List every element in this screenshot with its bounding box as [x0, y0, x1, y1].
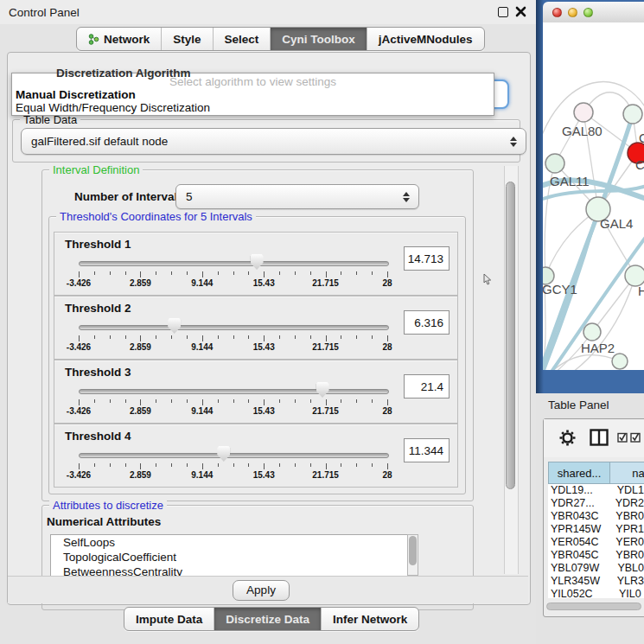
- cell-shared-name[interactable]: YLR345W: [548, 575, 610, 588]
- cell-shared-name[interactable]: YBL079W: [548, 562, 610, 575]
- gear-icon[interactable]: [558, 429, 577, 447]
- table-row[interactable]: YIL052CYIL0: [548, 588, 644, 598]
- network-view-canvas[interactable]: GAL80 G GAL11 C GAL4 GCY1 H HAP2: [543, 22, 644, 370]
- network-node[interactable]: [574, 103, 593, 122]
- bottom-tab-bar: Impute DataDiscretize DataInfer Network: [124, 607, 419, 631]
- cell-shared-name[interactable]: YIL052C: [548, 588, 612, 598]
- minor-tick: [125, 335, 126, 339]
- slider-thumb[interactable]: [217, 446, 230, 462]
- cell-shared-name[interactable]: YPR145W: [548, 523, 609, 536]
- tick-label: -3.426: [67, 278, 91, 288]
- major-tick: [140, 335, 141, 341]
- attributes-group-label: Attributes to discretize: [49, 499, 167, 512]
- network-node[interactable]: [623, 105, 642, 124]
- algorithm-group-label: Discretization Algorithm: [56, 67, 191, 80]
- tab-impute-data[interactable]: Impute Data: [124, 608, 214, 630]
- tick-label: 28: [382, 278, 392, 288]
- network-node[interactable]: [612, 354, 628, 369]
- slider-track[interactable]: [79, 325, 389, 330]
- tab-discretize-data[interactable]: Discretize Data: [214, 608, 322, 630]
- minor-tick: [171, 271, 172, 275]
- numerical-attributes-list[interactable]: SelfLoopsTopologicalCoefficientBetweenne…: [50, 534, 408, 577]
- panel-scrollbar-thumb[interactable]: [506, 182, 515, 489]
- tick-label: -3.426: [67, 406, 91, 416]
- table-row[interactable]: YLR345WYLR3: [548, 575, 644, 588]
- cell-name[interactable]: YPR1: [609, 523, 644, 536]
- major-tick: [387, 463, 388, 469]
- attributes-scrollbar-thumb[interactable]: [409, 536, 417, 565]
- close-traffic-light-icon[interactable]: [552, 8, 562, 17]
- major-tick: [79, 463, 80, 469]
- tab-select[interactable]: Select: [214, 28, 271, 50]
- node-label: GAL80: [562, 124, 603, 138]
- number-of-intervals-combobox[interactable]: 5: [175, 184, 419, 209]
- tab-infer-network[interactable]: Infer Network: [322, 608, 418, 630]
- slider-thumb[interactable]: [316, 382, 329, 398]
- cell-shared-name[interactable]: YDL19...: [548, 484, 610, 497]
- minor-tick: [372, 399, 373, 403]
- slider-thumb[interactable]: [251, 254, 264, 270]
- threshold-value-field[interactable]: 21.4: [404, 374, 450, 399]
- tick-label: 9.144: [191, 342, 213, 352]
- table-horizontal-scrollbar[interactable]: [546, 603, 641, 610]
- tick-label: 9.144: [191, 406, 213, 416]
- minor-tick: [295, 399, 296, 403]
- cell-shared-name[interactable]: YBR045C: [548, 549, 609, 562]
- threshold-value-field[interactable]: 6.316: [404, 310, 450, 335]
- cell-name[interactable]: YDR2: [609, 497, 644, 510]
- threshold-box-1: Threshold 1-3.4262.8599.14415.4321.71528…: [54, 232, 458, 296]
- dropdown-option-manual-discretization[interactable]: Manual Discretization: [12, 88, 494, 101]
- minor-tick: [295, 463, 296, 467]
- cell-shared-name[interactable]: YBR043C: [548, 510, 609, 523]
- tab-style[interactable]: Style: [162, 28, 213, 50]
- table-data-combobox[interactable]: galFiltered.sif default node: [21, 128, 526, 155]
- cell-name[interactable]: YDL1: [610, 484, 644, 497]
- cell-name[interactable]: YBR0: [609, 549, 644, 562]
- checkbox-checked-icon[interactable]: [630, 432, 641, 443]
- tab-cyni-toolbox[interactable]: Cyni Toolbox: [271, 28, 367, 50]
- minimize-traffic-light-icon[interactable]: [568, 8, 577, 17]
- tab-label: Style: [173, 33, 201, 46]
- network-node[interactable]: [545, 154, 564, 173]
- network-window-titlebar[interactable]: [543, 2, 644, 23]
- minor-tick: [187, 399, 188, 403]
- column-header-shared-name[interactable]: shared...: [548, 462, 610, 484]
- major-tick: [202, 335, 203, 341]
- cell-name[interactable]: YIL0: [612, 588, 641, 598]
- float-window-icon[interactable]: [498, 7, 508, 17]
- columns-icon[interactable]: [590, 429, 609, 446]
- table-row[interactable]: YDR27...YDR2: [548, 497, 644, 510]
- attribute-list-item-topologicalcoefficient[interactable]: TopologicalCoefficient: [51, 550, 407, 564]
- major-tick: [326, 335, 327, 341]
- table-row[interactable]: YBR045CYBR0: [548, 549, 644, 562]
- close-icon[interactable]: [515, 6, 526, 17]
- apply-button[interactable]: Apply: [233, 580, 290, 601]
- cell-name[interactable]: YBR0: [609, 510, 644, 523]
- network-node[interactable]: [583, 323, 601, 341]
- zoom-traffic-light-icon[interactable]: [583, 8, 593, 17]
- column-header-name[interactable]: name: [610, 462, 644, 484]
- number-of-intervals-label: Number of Intervals: [74, 190, 184, 203]
- table-row[interactable]: YDL19...YDL1: [548, 484, 644, 497]
- checkbox-checked-icon[interactable]: [617, 432, 628, 443]
- cell-name[interactable]: YBL0: [610, 562, 644, 575]
- tab-network[interactable]: Network: [77, 28, 162, 50]
- table-row[interactable]: YER054CYER0: [548, 536, 644, 549]
- slider-track[interactable]: [79, 389, 389, 394]
- threshold-value-field[interactable]: 11.344: [404, 438, 450, 462]
- cell-shared-name[interactable]: YDR27...: [548, 497, 609, 510]
- cell-name[interactable]: YLR3: [610, 575, 644, 588]
- attribute-list-item-selfloops[interactable]: SelfLoops: [51, 535, 407, 550]
- slider-thumb[interactable]: [168, 318, 181, 334]
- tab-jactivemnodules[interactable]: jActiveMNodules: [367, 28, 484, 50]
- dropdown-option-equal-width-frequency-discretization[interactable]: Equal Width/Frequency Discretization: [12, 101, 494, 114]
- table-row[interactable]: YBL079WYBL0: [548, 562, 644, 575]
- minor-tick: [110, 271, 111, 275]
- cell-shared-name[interactable]: YER054C: [548, 536, 609, 549]
- table-row[interactable]: YBR043CYBR0: [548, 510, 644, 523]
- cell-name[interactable]: YER0: [609, 536, 644, 549]
- slider-track[interactable]: [79, 453, 389, 458]
- table-row[interactable]: YPR145WYPR1: [548, 523, 644, 536]
- slider-track[interactable]: [79, 261, 389, 266]
- threshold-value-field[interactable]: 14.713: [404, 246, 450, 271]
